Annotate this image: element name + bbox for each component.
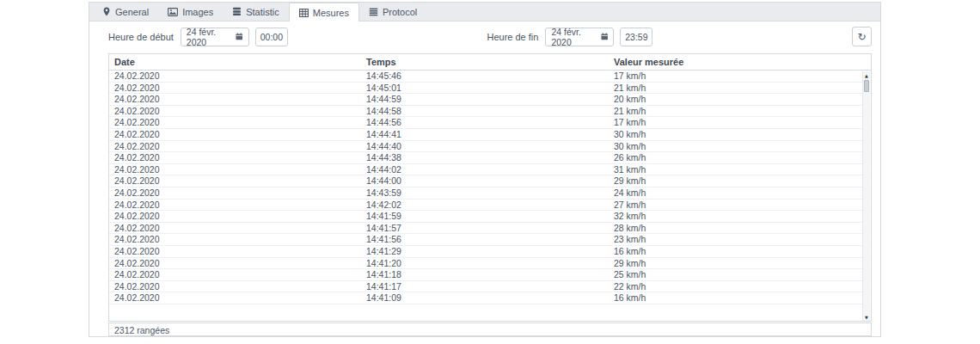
table-row[interactable]: 24.02.2020 14:43:59 24 km/h [109, 187, 871, 200]
pin-icon [102, 7, 111, 16]
table-row[interactable]: 24.02.2020 14:44:41 30 km/h [109, 129, 871, 141]
cell-temps: 14:41:09 [361, 292, 609, 304]
table-row[interactable]: 24.02.2020 14:44:58 21 km/h [109, 106, 871, 118]
refresh-button[interactable]: ↻ [852, 27, 872, 46]
cell-date: 24.02.2020 [109, 152, 361, 163]
start-time-input[interactable]: 00:00 [255, 28, 288, 46]
image-icon [168, 8, 178, 16]
end-time-value: 23:59 [625, 32, 647, 42]
column-header-temps[interactable]: Temps [361, 57, 609, 67]
cell-temps: 14:44:41 [361, 129, 609, 140]
cell-date: 24.02.2020 [109, 234, 361, 245]
cell-temps: 14:44:02 [361, 164, 609, 175]
table-row[interactable]: 24.02.2020 14:44:40 30 km/h [109, 141, 871, 153]
cell-date: 24.02.2020 [109, 223, 361, 234]
end-date-input[interactable]: 24 févr. 2020 [545, 28, 614, 46]
table-row[interactable]: 24.02.2020 14:45:01 21 km/h [109, 83, 871, 95]
cell-valeur: 27 km/h [609, 200, 871, 211]
end-date-value: 24 févr. 2020 [551, 27, 600, 47]
cell-temps: 14:44:56 [361, 117, 609, 128]
cell-temps: 14:41:59 [361, 211, 609, 222]
tab-images[interactable]: Images [158, 3, 223, 21]
table-row[interactable]: 24.02.2020 14:41:18 25 km/h [109, 269, 871, 281]
cell-temps: 14:41:17 [361, 281, 609, 292]
start-date-input[interactable]: 24 févr. 2020 [181, 28, 249, 46]
cell-valeur: 23 km/h [609, 234, 871, 245]
cell-temps: 14:41:56 [361, 234, 609, 245]
table-row[interactable]: 24.02.2020 14:44:38 26 km/h [109, 152, 871, 164]
cell-valeur: 26 km/h [609, 152, 871, 163]
cell-date: 24.02.2020 [109, 281, 361, 292]
scroll-up-icon[interactable]: ▲ [863, 71, 870, 79]
measurements-table: Date Temps Valeur mesurée 24.02.2020 14:… [108, 53, 872, 322]
start-time-value: 00:00 [260, 32, 283, 42]
cell-valeur: 32 km/h [609, 211, 871, 222]
cell-date: 24.02.2020 [109, 83, 361, 94]
cell-temps: 14:45:01 [361, 83, 609, 94]
table-row[interactable]: 24.02.2020 14:44:00 29 km/h [109, 175, 871, 187]
tab-content: Heure de début 24 févr. 2020 00:00 Heure… [89, 22, 880, 336]
start-time-label: Heure de début [108, 32, 174, 42]
table-row[interactable]: 24.02.2020 14:41:59 32 km/h [109, 211, 871, 223]
table-row[interactable]: 24.02.2020 14:41:09 16 km/h [109, 292, 871, 304]
tab-mesures[interactable]: Mesures [289, 3, 359, 22]
tab-protocol[interactable]: Protocol [359, 3, 426, 21]
cell-date: 24.02.2020 [109, 164, 361, 175]
cell-valeur: 25 km/h [609, 269, 871, 280]
calendar-icon [601, 33, 609, 40]
cell-temps: 14:41:18 [361, 269, 609, 280]
cell-valeur: 29 km/h [609, 175, 871, 187]
list-icon [369, 8, 378, 16]
cell-temps: 14:44:38 [361, 152, 609, 163]
table-row[interactable]: 24.02.2020 14:42:02 27 km/h [109, 200, 871, 212]
table-row[interactable]: 24.02.2020 14:41:57 28 km/h [109, 223, 871, 235]
cell-valeur: 20 km/h [609, 94, 871, 105]
cell-valeur: 21 km/h [609, 106, 871, 117]
table-header: Date Temps Valeur mesurée [109, 54, 871, 71]
cell-temps: 14:42:02 [361, 200, 609, 211]
table-row[interactable]: 24.02.2020 14:45:46 17 km/h [109, 71, 871, 83]
cell-valeur: 22 km/h [609, 281, 871, 292]
cell-temps: 14:44:59 [361, 94, 609, 105]
tab-statistic[interactable]: Statistic [223, 3, 289, 21]
cell-date: 24.02.2020 [109, 129, 361, 140]
tab-label: Protocol [383, 7, 417, 17]
table-row[interactable]: 24.02.2020 14:44:02 31 km/h [109, 164, 871, 176]
table-row[interactable]: 24.02.2020 14:41:20 29 km/h [109, 258, 871, 270]
cell-valeur: 17 km/h [609, 71, 871, 82]
cell-date: 24.02.2020 [109, 71, 361, 82]
tab-label: Images [182, 7, 213, 17]
cell-date: 24.02.2020 [109, 94, 361, 105]
end-time-input[interactable]: 23:59 [620, 28, 652, 46]
cell-date: 24.02.2020 [109, 117, 361, 128]
database-icon [232, 7, 242, 16]
cell-valeur: 21 km/h [609, 83, 871, 94]
row-count-text: 2312 rangées [114, 325, 169, 335]
cell-temps: 14:44:00 [361, 175, 609, 187]
cell-date: 24.02.2020 [109, 106, 361, 117]
table-row[interactable]: 24.02.2020 14:41:29 16 km/h [109, 246, 871, 258]
cell-valeur: 30 km/h [609, 129, 871, 140]
table-row[interactable]: 24.02.2020 14:41:17 22 km/h [109, 281, 871, 293]
table-row[interactable]: 24.02.2020 14:44:56 17 km/h [109, 117, 871, 129]
tab-general[interactable]: General [93, 3, 158, 21]
cell-valeur: 24 km/h [609, 187, 871, 199]
cell-date: 24.02.2020 [109, 141, 361, 152]
table-row[interactable]: 24.02.2020 14:44:59 20 km/h [109, 94, 871, 106]
cell-temps: 14:41:57 [361, 223, 609, 234]
scroll-down-icon[interactable]: ▼ [863, 313, 870, 321]
row-count-footer: 2312 rangées [108, 322, 872, 336]
table-icon [299, 9, 309, 17]
scrollbar-thumb[interactable] [864, 80, 869, 92]
table-scrollbar[interactable]: ▲ ▼ [862, 71, 870, 321]
cell-valeur: 28 km/h [609, 223, 871, 234]
cell-valeur: 16 km/h [609, 292, 871, 304]
column-header-valeur[interactable]: Valeur mesurée [609, 57, 871, 67]
cell-date: 24.02.2020 [109, 200, 361, 211]
end-time-label: Heure de fin [487, 32, 538, 42]
column-header-date[interactable]: Date [109, 57, 361, 67]
cell-date: 24.02.2020 [109, 187, 361, 199]
cell-date: 24.02.2020 [109, 269, 361, 280]
cell-temps: 14:44:58 [361, 106, 609, 117]
table-row[interactable]: 24.02.2020 14:41:56 23 km/h [109, 234, 871, 246]
